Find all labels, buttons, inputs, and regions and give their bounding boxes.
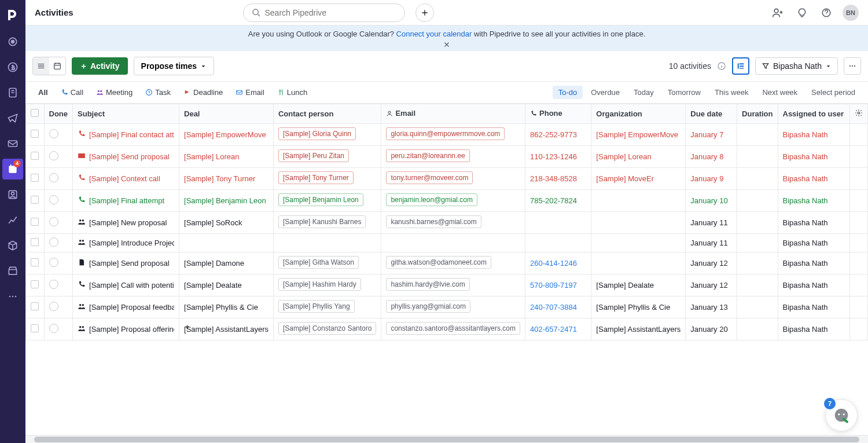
email-cell[interactable]: gloria.quinn@empowermmove.com — [381, 124, 525, 146]
row-checkbox[interactable] — [31, 302, 39, 310]
org-cell[interactable] — [591, 212, 686, 234]
col-assigned[interactable]: Assigned to user — [778, 104, 849, 124]
contact-cell[interactable]: [Sample] Githa Watson — [273, 252, 381, 274]
table-row[interactable]: [Sample] Call with potential ... [Sample… — [26, 274, 868, 296]
org-cell[interactable]: [Sample] Dealate — [591, 274, 686, 296]
done-toggle[interactable] — [49, 195, 58, 204]
phone-cell[interactable]: 240-707-3884 — [525, 296, 591, 318]
col-email[interactable]: Email — [381, 104, 525, 124]
org-cell[interactable]: [Sample] Lorean — [591, 146, 686, 168]
assigned-cell[interactable]: Bipasha Nath — [778, 124, 849, 146]
type-all[interactable]: All — [32, 85, 54, 100]
done-toggle[interactable] — [49, 237, 58, 247]
subject-cell[interactable]: [Sample] Proposal feedback — [78, 302, 174, 312]
done-toggle[interactable] — [49, 151, 58, 160]
horizontal-scrollbar[interactable] — [25, 435, 868, 443]
phone-cell[interactable]: 260-414-1246 — [525, 252, 591, 274]
sidebar-item-deals[interactable] — [0, 54, 25, 80]
done-toggle[interactable] — [49, 258, 58, 267]
email-cell[interactable]: constanzo.santoro@asssitantlayers.com — [381, 318, 525, 341]
deal-cell[interactable]: [Sample] Damone — [179, 252, 274, 274]
done-toggle[interactable] — [49, 324, 58, 333]
done-toggle[interactable] — [49, 280, 58, 289]
subject-cell[interactable]: [Sample] Final attempt — [78, 196, 174, 206]
deal-cell[interactable]: [Sample] Phyllis & Cie — [179, 296, 274, 318]
contact-cell[interactable]: [Sample] Gloria Quinn — [273, 124, 381, 146]
table-row[interactable]: [Sample] Final attempt [Sample] Benjamin… — [26, 190, 868, 212]
contact-cell[interactable]: [Sample] Tony Turner — [273, 168, 381, 190]
contact-cell[interactable]: [Sample] Phyllis Yang — [273, 296, 381, 318]
row-checkbox[interactable] — [31, 174, 39, 182]
col-phone[interactable]: Phone — [525, 104, 591, 124]
time-filter-today[interactable]: Today — [628, 86, 660, 99]
type-lunch[interactable]: Lunch — [271, 85, 313, 100]
table-row[interactable]: [Sample] Proposal offering [Sample] Assi… — [26, 318, 868, 341]
deal-cell[interactable]: [Sample] Dealate — [179, 274, 274, 296]
sidebar-item-campaigns[interactable] — [0, 105, 25, 131]
contact-cell[interactable]: [Sample] Constanzo Santoro — [273, 318, 381, 341]
sidebar-item-activities[interactable]: 4 — [2, 159, 23, 180]
sidebar-item-projects[interactable] — [0, 80, 25, 105]
done-toggle[interactable] — [49, 302, 58, 311]
quick-add-button[interactable] — [415, 3, 434, 22]
subject-cell[interactable]: [Sample] Final contact atte... — [78, 130, 174, 140]
phone-cell[interactable] — [525, 234, 591, 252]
email-cell[interactable]: peru.zitan@loreannn.ee — [381, 146, 525, 168]
time-filter-tomorrow[interactable]: Tomorrow — [662, 86, 707, 99]
phone-cell[interactable]: 785-202-7824 — [525, 190, 591, 212]
table-row[interactable]: [Sample] New proposal [Sample] SoRock [S… — [26, 212, 868, 234]
col-org[interactable]: Organization — [591, 104, 686, 124]
email-cell[interactable]: hashim.hardy@lvie.com — [381, 274, 525, 296]
sidebar-item-more[interactable] — [0, 284, 25, 309]
assigned-cell[interactable]: Bipasha Nath — [778, 146, 849, 168]
org-cell[interactable]: [Sample] AssistantLayers — [591, 318, 686, 341]
more-actions-button[interactable] — [844, 57, 861, 75]
org-cell[interactable]: [Sample] EmpowerMove — [591, 124, 686, 146]
assigned-cell[interactable]: Bipasha Nath — [778, 212, 849, 234]
type-task[interactable]: Task — [139, 85, 176, 100]
type-deadline[interactable]: Deadline — [178, 85, 229, 100]
help-bubble[interactable]: 7 — [825, 399, 858, 431]
assistant-icon[interactable] — [794, 5, 810, 21]
list-view-button[interactable] — [33, 57, 49, 75]
org-cell[interactable] — [591, 252, 686, 274]
close-icon[interactable] — [443, 41, 451, 49]
col-subject[interactable]: Subject — [73, 104, 179, 124]
contact-cell[interactable]: [Sample] Hashim Hardy — [273, 274, 381, 296]
org-cell[interactable]: [Sample] Phyllis & Cie — [591, 296, 686, 318]
sidebar-item-marketplace[interactable] — [0, 258, 25, 284]
type-meeting[interactable]: Meeting — [90, 85, 138, 100]
email-cell[interactable]: benjamin.leon@gmial.com — [381, 190, 525, 212]
sidebar-item-mail[interactable] — [0, 131, 25, 156]
deal-cell[interactable]: [Sample] AssistantLayers — [179, 318, 274, 341]
deal-cell[interactable]: [Sample] Benjamin Leon — [179, 190, 274, 212]
email-cell[interactable] — [381, 234, 525, 252]
row-checkbox[interactable] — [31, 130, 39, 138]
row-checkbox[interactable] — [31, 238, 39, 246]
phone-cell[interactable]: 110-123-1246 — [525, 146, 591, 168]
email-cell[interactable]: githa.watson@odamoneet.com — [381, 252, 525, 274]
row-checkbox[interactable] — [31, 218, 39, 226]
assigned-cell[interactable]: Bipasha Nath — [778, 168, 849, 190]
table-row[interactable]: [Sample] Context call [Sample] Tony Turn… — [26, 168, 868, 190]
search-input[interactable] — [264, 8, 396, 17]
time-filter-overdue[interactable]: Overdue — [585, 86, 626, 99]
col-dur[interactable]: Duration — [737, 104, 778, 124]
subject-cell[interactable]: [Sample] Introduce Projects... — [78, 238, 174, 248]
help-icon[interactable] — [818, 5, 834, 21]
contact-cell[interactable]: [Sample] Peru Zitan — [273, 146, 381, 168]
row-checkbox[interactable] — [31, 196, 39, 204]
subject-cell[interactable]: [Sample] Send proposal — [78, 258, 174, 268]
add-activity-button[interactable]: Activity — [72, 57, 128, 75]
phone-cell[interactable] — [525, 212, 591, 234]
org-cell[interactable] — [591, 190, 686, 212]
table-row[interactable]: [Sample] Introduce Projects... January 1… — [26, 234, 868, 252]
subject-cell[interactable]: [Sample] Call with potential ... — [78, 280, 174, 290]
email-cell[interactable]: tony.turner@moveer.com — [381, 168, 525, 190]
assigned-cell[interactable]: Bipasha Nath — [778, 190, 849, 212]
app-logo[interactable] — [6, 8, 20, 22]
calendar-view-button[interactable] — [49, 57, 65, 75]
banner-link[interactable]: Connect your calendar — [396, 30, 472, 38]
table-row[interactable]: [Sample] Final contact atte... [Sample] … — [26, 124, 868, 146]
search-bar[interactable] — [243, 3, 405, 22]
